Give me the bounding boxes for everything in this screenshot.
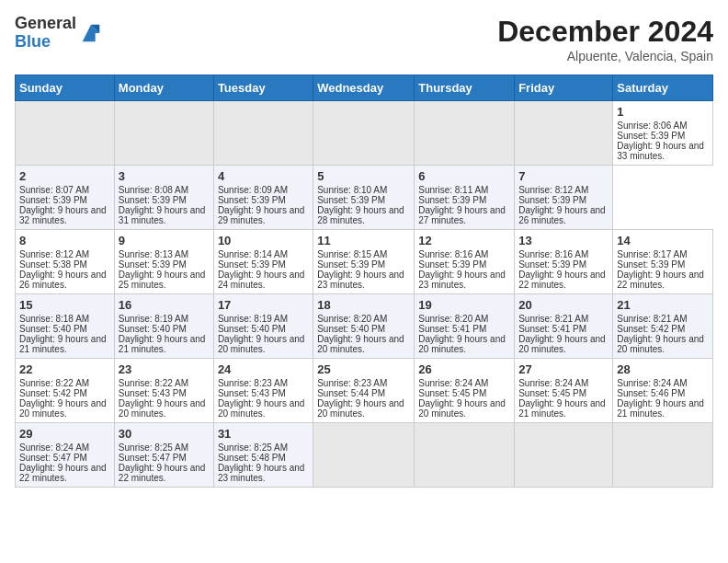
calendar-cell: 30 Sunrise: 8:25 AM Sunset: 5:47 PM Dayl…	[114, 423, 213, 488]
sunrise: Sunrise: 8:20 AM	[317, 314, 387, 324]
day-number: 15	[19, 298, 110, 312]
daylight: Daylight: 9 hours and 20 minutes.	[418, 334, 506, 354]
calendar-week-row: 29 Sunrise: 8:24 AM Sunset: 5:47 PM Dayl…	[16, 423, 713, 488]
calendar-cell-empty	[313, 423, 415, 488]
day-of-week-header: Friday	[515, 75, 613, 101]
calendar-cell: 31 Sunrise: 8:25 AM Sunset: 5:48 PM Dayl…	[213, 423, 313, 488]
day-of-week-header: Saturday	[613, 75, 713, 101]
daylight: Daylight: 9 hours and 20 minutes.	[119, 398, 206, 419]
logo-general: General	[15, 14, 76, 32]
daylight: Daylight: 9 hours and 29 minutes.	[218, 205, 305, 225]
location: Alpuente, Valencia, Spain	[497, 49, 713, 63]
calendar-cell: 18 Sunrise: 8:20 AM Sunset: 5:40 PM Dayl…	[313, 294, 415, 359]
calendar-cell: 29 Sunrise: 8:24 AM Sunset: 5:47 PM Dayl…	[16, 423, 115, 488]
day-number: 19	[418, 298, 510, 312]
calendar-cell: 20 Sunrise: 8:21 AM Sunset: 5:41 PM Dayl…	[515, 294, 613, 359]
calendar-cell: 25 Sunrise: 8:23 AM Sunset: 5:44 PM Dayl…	[313, 359, 415, 423]
sunset: Sunset: 5:40 PM	[19, 324, 87, 334]
calendar-week-row: 22 Sunrise: 8:22 AM Sunset: 5:42 PM Dayl…	[16, 359, 713, 423]
sunset: Sunset: 5:38 PM	[19, 259, 87, 270]
logo-icon	[78, 20, 104, 46]
calendar-week-row: 1 Sunrise: 8:06 AM Sunset: 5:39 PM Dayli…	[16, 101, 713, 166]
page-header: General Blue December 2024 Alpuente, Val…	[15, 15, 713, 63]
day-of-week-header: Thursday	[415, 75, 515, 101]
calendar-cell: 21 Sunrise: 8:21 AM Sunset: 5:42 PM Dayl…	[613, 294, 713, 359]
calendar-body: 1 Sunrise: 8:06 AM Sunset: 5:39 PM Dayli…	[16, 101, 713, 488]
sunset: Sunset: 5:39 PM	[617, 259, 685, 270]
day-number: 25	[317, 362, 410, 376]
sunset: Sunset: 5:39 PM	[418, 195, 486, 205]
sunrise: Sunrise: 8:21 AM	[518, 314, 588, 324]
daylight: Daylight: 9 hours and 32 minutes.	[19, 205, 107, 225]
sunrise: Sunrise: 8:15 AM	[317, 249, 387, 259]
calendar-cell: 19 Sunrise: 8:20 AM Sunset: 5:41 PM Dayl…	[415, 294, 515, 359]
day-number: 14	[617, 234, 709, 247]
sunset: Sunset: 5:39 PM	[317, 195, 385, 205]
sunrise: Sunrise: 8:22 AM	[119, 378, 188, 388]
sunset: Sunset: 5:47 PM	[19, 453, 87, 463]
day-number: 5	[317, 169, 410, 183]
sunset: Sunset: 5:39 PM	[19, 195, 87, 205]
sunrise: Sunrise: 8:22 AM	[19, 378, 89, 388]
day-number: 10	[218, 234, 309, 247]
sunset: Sunset: 5:39 PM	[518, 195, 586, 205]
calendar-cell: 26 Sunrise: 8:24 AM Sunset: 5:45 PM Dayl…	[415, 359, 515, 423]
day-number: 18	[317, 298, 410, 312]
calendar-cell-empty	[313, 101, 415, 166]
sunset: Sunset: 5:40 PM	[317, 324, 385, 334]
calendar-header-row: SundayMondayTuesdayWednesdayThursdayFrid…	[16, 75, 713, 101]
calendar-cell: 12 Sunrise: 8:16 AM Sunset: 5:39 PM Dayl…	[415, 230, 515, 294]
day-number: 11	[317, 234, 410, 247]
logo-blue: Blue	[15, 32, 51, 51]
sunset: Sunset: 5:42 PM	[19, 388, 87, 398]
day-number: 28	[617, 362, 709, 376]
sunrise: Sunrise: 8:11 AM	[418, 185, 488, 195]
daylight: Daylight: 9 hours and 20 minutes.	[218, 398, 305, 419]
day-of-week-header: Monday	[114, 75, 213, 101]
calendar-cell: 11 Sunrise: 8:15 AM Sunset: 5:39 PM Dayl…	[313, 230, 415, 294]
daylight: Daylight: 9 hours and 20 minutes.	[418, 398, 506, 419]
calendar-table: SundayMondayTuesdayWednesdayThursdayFrid…	[15, 75, 713, 488]
sunrise: Sunrise: 8:06 AM	[617, 121, 687, 131]
calendar-cell-empty	[415, 101, 515, 166]
calendar-cell: 10 Sunrise: 8:14 AM Sunset: 5:39 PM Dayl…	[213, 230, 313, 294]
sunset: Sunset: 5:48 PM	[218, 453, 286, 463]
sunrise: Sunrise: 8:08 AM	[119, 185, 188, 195]
daylight: Daylight: 9 hours and 31 minutes.	[119, 205, 206, 225]
calendar-cell: 4 Sunrise: 8:09 AM Sunset: 5:39 PM Dayli…	[213, 166, 313, 230]
day-number: 16	[119, 298, 210, 312]
day-number: 24	[218, 362, 309, 376]
daylight: Daylight: 9 hours and 20 minutes.	[19, 398, 107, 419]
calendar-cell: 5 Sunrise: 8:10 AM Sunset: 5:39 PM Dayli…	[313, 166, 415, 230]
sunrise: Sunrise: 8:13 AM	[119, 249, 188, 259]
day-number: 21	[617, 298, 709, 312]
daylight: Daylight: 9 hours and 25 minutes.	[119, 270, 206, 290]
sunrise: Sunrise: 8:21 AM	[617, 314, 687, 324]
sunrise: Sunrise: 8:18 AM	[19, 314, 89, 324]
calendar-cell: 13 Sunrise: 8:16 AM Sunset: 5:39 PM Dayl…	[515, 230, 613, 294]
calendar-cell-empty	[415, 423, 515, 488]
sunrise: Sunrise: 8:10 AM	[317, 185, 387, 195]
sunset: Sunset: 5:39 PM	[119, 259, 187, 270]
sunset: Sunset: 5:40 PM	[119, 324, 187, 334]
sunrise: Sunrise: 8:14 AM	[218, 249, 288, 259]
sunrise: Sunrise: 8:24 AM	[418, 378, 488, 388]
daylight: Daylight: 9 hours and 26 minutes.	[19, 270, 107, 290]
sunrise: Sunrise: 8:12 AM	[518, 185, 588, 195]
daylight: Daylight: 9 hours and 21 minutes.	[617, 398, 704, 419]
sunrise: Sunrise: 8:19 AM	[119, 314, 188, 324]
sunrise: Sunrise: 8:23 AM	[317, 378, 387, 388]
calendar-cell-empty	[16, 101, 115, 166]
sunrise: Sunrise: 8:07 AM	[19, 185, 89, 195]
sunset: Sunset: 5:43 PM	[119, 388, 187, 398]
daylight: Daylight: 9 hours and 23 minutes.	[218, 463, 305, 483]
daylight: Daylight: 9 hours and 20 minutes.	[317, 334, 404, 354]
day-of-week-header: Tuesday	[213, 75, 313, 101]
daylight: Daylight: 9 hours and 22 minutes.	[119, 463, 206, 483]
sunset: Sunset: 5:39 PM	[617, 131, 685, 141]
calendar-cell: 22 Sunrise: 8:22 AM Sunset: 5:42 PM Dayl…	[16, 359, 115, 423]
title-block: December 2024 Alpuente, Valencia, Spain	[497, 15, 713, 63]
sunset: Sunset: 5:45 PM	[518, 388, 586, 398]
daylight: Daylight: 9 hours and 27 minutes.	[418, 205, 506, 225]
day-number: 9	[119, 234, 210, 247]
